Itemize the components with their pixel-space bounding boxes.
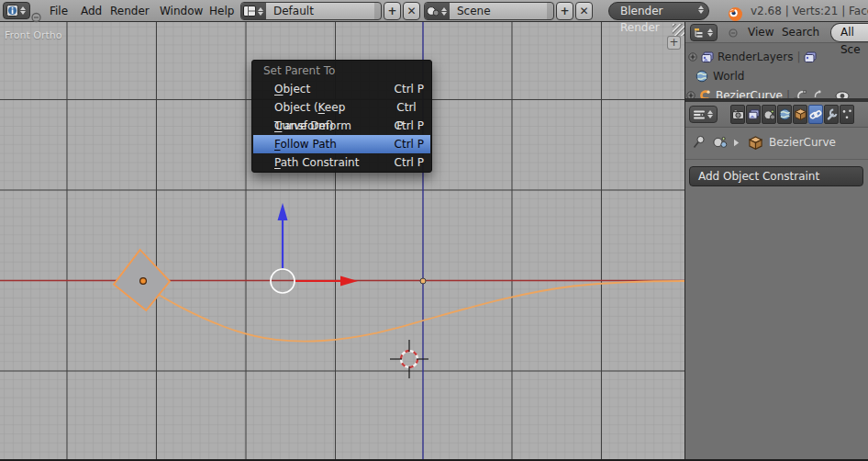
context-menu-title: Set Parent To <box>252 61 431 80</box>
blender-logo <box>727 3 744 25</box>
collapse-menus-icon[interactable] <box>31 6 41 28</box>
properties-icon <box>693 109 706 120</box>
renderlayers-icon <box>701 51 714 63</box>
spinner-arrows-icon[interactable] <box>707 109 714 119</box>
menu-add[interactable]: Add <box>77 0 106 22</box>
blender-window: File Add Render Window Help Default + ✕ <box>0 0 868 461</box>
render-engine-value: Blender Render <box>620 5 663 34</box>
expand-plus-icon[interactable] <box>688 52 697 62</box>
screen-layout-icon <box>243 6 256 17</box>
menu-render[interactable]: Render <box>106 0 153 22</box>
tab-world[interactable] <box>777 105 792 124</box>
add-scene-button[interactable]: + <box>556 2 573 20</box>
delete-scene-button[interactable]: ✕ <box>575 2 593 20</box>
cube-icon <box>795 108 807 120</box>
menu-item-label: Curve Deform <box>274 117 351 135</box>
menu-item-object-keep-transform[interactable]: Object (Keep Transform) Ctrl P <box>252 98 431 117</box>
outliner-row-renderlayers[interactable]: RenderLayers | <box>685 48 868 66</box>
outliner-row-world[interactable]: World <box>685 67 868 85</box>
open-properties-region-button[interactable]: + <box>667 36 681 50</box>
wrench-icon <box>826 108 838 120</box>
screen-layout-name[interactable]: Default <box>266 3 374 19</box>
tab-render[interactable] <box>730 105 745 124</box>
menu-item-shortcut: Ctrl P <box>395 153 424 172</box>
menu-item-path-constraint[interactable]: Path Constraint Ctrl P <box>252 153 431 172</box>
spinner-arrows-icon <box>697 5 705 15</box>
outliner-item-label[interactable]: RenderLayers <box>718 51 793 63</box>
scene-context-icon[interactable] <box>713 136 728 149</box>
menu-item-label: Path Constraint <box>274 153 359 172</box>
screen-layout-selector[interactable]: Default <box>240 2 382 20</box>
outliner-filter-dropdown[interactable]: All Sce <box>830 23 868 42</box>
tab-scene[interactable] <box>762 105 776 124</box>
renderlayers-icon[interactable] <box>804 51 817 63</box>
outliner-separator: | <box>796 51 800 63</box>
tab-modifiers[interactable] <box>824 105 839 124</box>
scene-selector[interactable]: Scene <box>424 2 554 20</box>
menu-item-object[interactable]: Object Ctrl P <box>252 80 431 98</box>
version-stats: v2.68 | Verts:21 | Faces:6 <box>751 0 868 22</box>
right-panel: View Search All Sce RenderLayers | <box>684 0 868 461</box>
divider <box>685 159 868 160</box>
editor-type-selector-outliner[interactable] <box>690 24 718 41</box>
menu-window[interactable]: Window <box>156 0 206 22</box>
properties-header <box>685 102 868 128</box>
view-orientation-label: Front Ortho <box>5 29 62 41</box>
tab-object-constraints[interactable] <box>808 105 823 124</box>
editor-type-selector-info[interactable] <box>3 2 30 19</box>
tab-object[interactable] <box>793 105 807 124</box>
add-layout-button[interactable]: + <box>384 2 401 20</box>
tab-render-layers[interactable] <box>746 105 761 124</box>
info-header: File Add Render Window Help Default + ✕ <box>0 0 868 22</box>
properties-editor: BezierCurve Add Object Constraint <box>685 102 868 461</box>
camera-icon <box>732 109 744 119</box>
menu-item-shortcut: Ctrl P <box>396 98 424 117</box>
menu-item-label: Object (Keep Transform) <box>274 98 396 117</box>
scene-props-icon <box>763 109 775 120</box>
properties-breadcrumb: BezierCurve <box>685 129 868 155</box>
delete-layout-button[interactable]: ✕ <box>403 2 420 20</box>
menu-item-shortcut: Ctrl P <box>395 135 424 153</box>
outliner-icon <box>694 28 706 39</box>
menu-file[interactable]: File <box>46 0 72 22</box>
menu-item-follow-path[interactable]: Follow Path Ctrl P <box>253 135 430 153</box>
spinner-arrows-icon[interactable] <box>257 6 264 17</box>
info-icon <box>6 5 18 17</box>
object-data-icon <box>841 108 853 120</box>
scene-icon <box>427 6 440 17</box>
tab-object-data[interactable] <box>840 105 854 124</box>
render-engine-dropdown[interactable]: Blender Render <box>608 2 709 20</box>
menu-item-label: Object <box>274 80 310 98</box>
menu-item-shortcut: Ctrl P <box>395 117 424 135</box>
curve-origin-dot <box>420 278 426 284</box>
scene-name[interactable]: Scene <box>450 3 547 19</box>
editor-corner-widget[interactable] <box>673 24 684 36</box>
add-object-constraint-button[interactable]: Add Object Constraint <box>689 166 863 186</box>
set-parent-context-menu: Set Parent To Object Ctrl P Object (Keep… <box>251 60 432 173</box>
chain-link-icon <box>809 108 822 121</box>
breadcrumb-object-name: BezierCurve <box>769 136 836 149</box>
world-icon <box>779 108 791 120</box>
outliner-menu-view[interactable]: View <box>744 22 777 43</box>
world-globe-icon <box>696 70 708 83</box>
editor-type-selector-properties[interactable] <box>689 106 718 123</box>
menu-item-shortcut: Ctrl P <box>395 80 424 98</box>
outliner-item-label[interactable]: World <box>713 70 744 83</box>
object-cube-icon <box>749 136 762 150</box>
outliner-header: View Search All Sce <box>685 22 868 43</box>
spinner-arrows-icon[interactable] <box>707 28 714 38</box>
spinner-arrows-icon[interactable] <box>19 6 27 16</box>
breadcrumb-arrow-icon <box>733 139 740 147</box>
menu-item-curve-deform[interactable]: Curve Deform Ctrl P <box>252 117 431 135</box>
pin-icon[interactable] <box>692 135 706 150</box>
outliner-menu-search[interactable]: Search <box>778 22 823 43</box>
plane-origin-dot <box>140 278 147 285</box>
collapse-menus-icon[interactable] <box>729 28 738 38</box>
menu-item-label: Follow Path <box>274 135 337 153</box>
spinner-arrows-icon[interactable] <box>440 6 448 17</box>
menu-help[interactable]: Help <box>206 0 238 22</box>
render-layers-icon <box>748 109 760 120</box>
